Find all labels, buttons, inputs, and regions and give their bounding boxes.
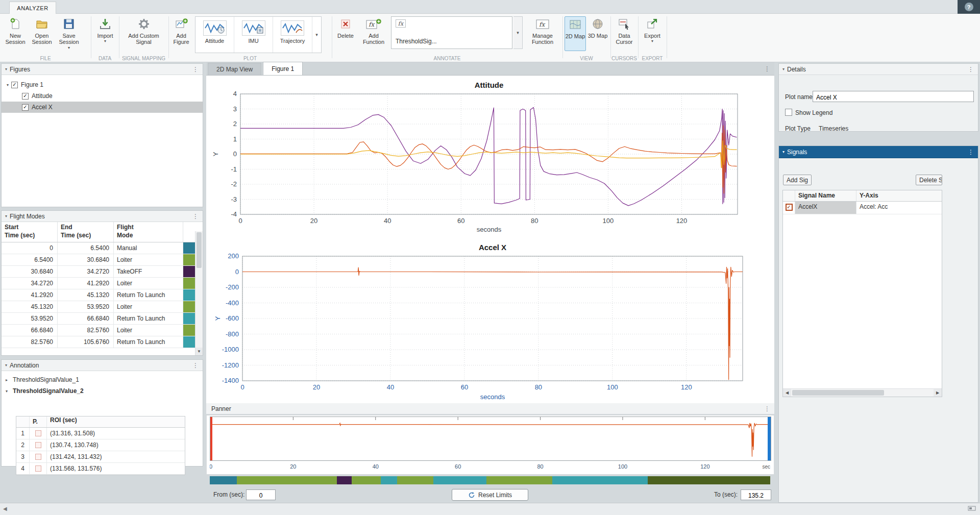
annotation-function-name[interactable]: ThresholdSig... [396, 38, 437, 45]
signals-table[interactable]: Signal NameY-Axis✓AccelXAccel: Acc ◀ ▶ [782, 190, 942, 397]
flight-modes-scrollbar[interactable]: ▼ [195, 231, 203, 355]
add-custom-signal-button[interactable]: Add Custom Signal [121, 16, 166, 51]
add-function-button[interactable]: fx Add Function [359, 16, 388, 51]
signals-panel-header[interactable]: ▾ Signals ⋮ [779, 146, 978, 158]
gallery-item-imu[interactable]: IMU [234, 17, 273, 53]
mode-segment[interactable] [210, 476, 237, 484]
flight-mode-row[interactable]: 06.5400Manual [2, 242, 203, 254]
tab-figure-1[interactable]: Figure 1 [263, 62, 303, 75]
collapse-icon[interactable]: ▾ [782, 150, 785, 154]
panner-header[interactable]: Panner ⋮ [206, 403, 774, 414]
delete-annotation-button[interactable]: Delete [334, 16, 357, 51]
collapse-icon[interactable]: ▾ [5, 363, 7, 367]
flight-mode-row[interactable]: 6.540030.6840Loiter [2, 254, 203, 266]
flight-mode-row[interactable]: 30.684034.2720TakeOFF [2, 266, 203, 278]
flight-mode-row[interactable]: 66.684082.5760Loiter [2, 325, 203, 336]
checkbox[interactable]: ✓ [11, 82, 18, 88]
flight-modes-table[interactable]: StartTime (sec)EndTime (sec)FlightMode06… [2, 222, 203, 355]
scroll-down-icon[interactable]: ▼ [195, 348, 203, 355]
delete-signal-button[interactable]: Delete S [916, 175, 942, 185]
3d-map-button[interactable]: 3D Map [587, 16, 608, 51]
kebab-menu-icon[interactable]: ⋮ [968, 149, 974, 156]
checkbox[interactable]: ✓ [22, 104, 29, 111]
signals-hscrollbar[interactable]: ◀ ▶ [783, 388, 942, 397]
annotation-roi-table[interactable]: P.ROI (sec)1(31.316, 31.508)2(130.74, 13… [16, 416, 185, 475]
accelx-plot[interactable]: 020406080100120-1400-1200-1000-800-600-4… [206, 241, 774, 403]
roi-checkbox[interactable] [35, 430, 41, 436]
gallery-item-attitude[interactable]: Attitude [195, 17, 234, 53]
import-button[interactable]: Import ▾ [92, 16, 118, 51]
flight-mode-row[interactable]: 41.292045.1320Return To Launch [2, 289, 203, 301]
figures-panel-header[interactable]: ▾ Figures ⋮ [2, 64, 203, 75]
add-figure-button[interactable]: Add Figure [169, 16, 193, 51]
mode-segment[interactable] [237, 476, 337, 484]
gallery-dropdown-button[interactable]: ▾ [312, 17, 321, 53]
panner-strip[interactable]: 020406080100120sec [206, 415, 774, 475]
roi-checkbox[interactable] [35, 454, 41, 460]
signal-checkbox[interactable]: ✓ [786, 204, 793, 211]
mode-segment[interactable] [381, 476, 397, 484]
annotation-function-box[interactable]: fx ThresholdSig... [391, 16, 512, 49]
kebab-menu-icon[interactable]: ⋮ [192, 213, 199, 220]
annotation-item-1[interactable]: ▸ ThresholdSignalValue_1 [2, 374, 203, 385]
mode-segment[interactable] [552, 476, 648, 484]
to-input[interactable] [741, 489, 771, 500]
roi-row[interactable]: 1(31.316, 31.508) [16, 428, 185, 439]
2d-map-button[interactable]: 2D Map [565, 16, 586, 51]
figure-tree-item[interactable]: ▾✓Figure 1 [2, 79, 203, 90]
collapse-icon[interactable]: ▾ [782, 67, 785, 71]
details-panel-header[interactable]: ▾ Details ⋮ [779, 64, 978, 75]
open-session-button[interactable]: Open Session [30, 16, 54, 51]
checkbox[interactable]: ✓ [22, 93, 29, 100]
export-button[interactable]: Export ▾ [640, 16, 665, 51]
add-signal-button[interactable]: Add Sig [783, 175, 812, 185]
expander-icon[interactable]: ▾ [6, 389, 10, 394]
flight-modes-panel-header[interactable]: ▾ Flight Modes ⋮ [2, 211, 203, 222]
flight-mode-row[interactable]: 53.952066.6840Return To Launch [2, 313, 203, 325]
expander-icon[interactable]: ▸ [6, 378, 10, 382]
roi-checkbox[interactable] [35, 465, 41, 472]
signal-row[interactable]: ✓AccelXAccel: Acc [783, 202, 942, 214]
column-header[interactable]: FlightMode [114, 222, 183, 242]
figure-tree-item[interactable]: ✓Accel X [2, 102, 203, 113]
gallery-item-trajectory[interactable]: Trajectory [273, 17, 312, 53]
mode-segment[interactable] [648, 476, 770, 484]
flight-mode-row[interactable]: 82.5760105.6760Return To Launch [2, 336, 203, 348]
collapse-icon[interactable]: ▾ [5, 67, 7, 71]
roi-row[interactable]: 3(131.424, 131.432) [16, 451, 185, 463]
roi-checkbox[interactable] [35, 442, 41, 448]
mode-segment[interactable] [397, 476, 434, 484]
mode-segment[interactable] [337, 476, 352, 484]
manage-function-button[interactable]: fx Manage Function [527, 16, 558, 51]
kebab-menu-icon[interactable]: ⋮ [192, 66, 199, 73]
attitude-plot[interactable]: 020406080100120-4-3-2-101234Attitudeseco… [206, 77, 774, 236]
reset-limits-button[interactable]: Reset Limits [452, 489, 528, 501]
scrollbar-thumb[interactable] [792, 390, 884, 396]
expander-icon[interactable]: ▾ [7, 83, 9, 87]
kebab-menu-icon[interactable]: ⋮ [192, 362, 199, 369]
kebab-menu-icon[interactable]: ⋮ [764, 65, 770, 72]
data-cursor-button[interactable]: Data Cursor [612, 16, 636, 51]
column-header[interactable]: EndTime (sec) [58, 222, 114, 242]
kebab-menu-icon[interactable]: ⋮ [968, 66, 974, 73]
column-header[interactable]: Y-Axis [856, 190, 942, 201]
save-session-button[interactable]: Save Session ▾ [56, 16, 82, 51]
roi-row[interactable]: 4(131.568, 131.576) [16, 463, 185, 475]
kebab-menu-icon[interactable]: ⋮ [764, 405, 770, 412]
help-icon[interactable]: ? [965, 3, 973, 11]
new-session-button[interactable]: New Session [3, 16, 28, 51]
panner-toggle-icon[interactable] [968, 505, 976, 513]
tab-analyzer[interactable]: ANALYZER [9, 2, 56, 14]
scroll-left-icon[interactable]: ◀ [783, 389, 791, 397]
function-dropdown-button[interactable]: ▾ [513, 16, 523, 49]
flight-mode-row[interactable]: 45.132053.9520Loiter [2, 301, 203, 313]
annotation-panel-header[interactable]: ▾ Annotation ⋮ [2, 360, 203, 371]
mode-segment[interactable] [486, 476, 552, 484]
mode-segment[interactable] [352, 476, 381, 484]
plot-name-input[interactable] [813, 91, 974, 102]
figure-tree-item[interactable]: ✓Attitude [2, 90, 203, 102]
roi-row[interactable]: 2(130.74, 130.748) [16, 439, 185, 451]
column-header[interactable]: Signal Name [795, 190, 856, 201]
scroll-left-icon[interactable]: ◀ [3, 506, 7, 511]
flight-mode-row[interactable]: 34.272041.2920Loiter [2, 278, 203, 289]
